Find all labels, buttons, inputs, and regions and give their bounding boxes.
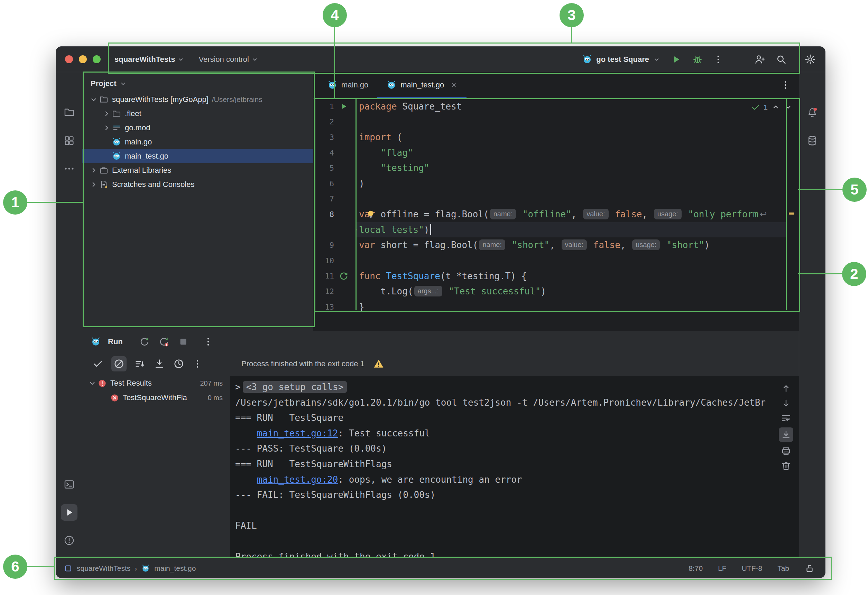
breadcrumb[interactable]: squareWithTests › main_test.go <box>63 564 196 573</box>
code-line: t.Log(args...: "Test successful") <box>356 284 786 299</box>
run-file-icon[interactable] <box>339 102 348 111</box>
rerun-button[interactable] <box>139 336 151 348</box>
chevron-right-icon[interactable] <box>89 180 99 189</box>
line-ending[interactable]: LF <box>718 564 726 573</box>
project-widget[interactable]: squareWithTests <box>114 55 185 64</box>
test-failed-icon <box>110 393 119 402</box>
lock-icon[interactable] <box>805 563 815 574</box>
run-console[interactable]: ><3 go setup calls>/Users/jetbrains/sdk/… <box>230 376 799 558</box>
scroll-to-end-toggle[interactable] <box>779 427 793 442</box>
chevron-right-icon[interactable] <box>101 123 112 133</box>
code-area[interactable]: package Square_testimport ( "flag" "test… <box>356 99 786 331</box>
zoom-window-button[interactable] <box>93 55 100 63</box>
print-button[interactable] <box>781 446 791 457</box>
show-passed-toggle[interactable] <box>92 358 104 370</box>
tree-item-main-go[interactable]: main.go <box>82 135 313 149</box>
caret-position[interactable]: 8:70 <box>688 564 703 573</box>
intention-bulb-icon[interactable] <box>366 209 376 219</box>
project-panel-header[interactable]: Project <box>82 72 313 92</box>
code-token: ) <box>359 178 365 189</box>
test-duration: 0 ms <box>208 394 223 402</box>
run-config-selector[interactable]: go test Square <box>582 54 660 65</box>
debug-button[interactable] <box>692 53 703 65</box>
minimize-window-button[interactable] <box>79 55 87 63</box>
soft-wrap-toggle[interactable] <box>781 412 791 424</box>
tree-item-go-mod[interactable]: go.mod <box>82 121 313 135</box>
chevron-right-icon[interactable] <box>89 166 99 175</box>
editor-gutter: 12345678910111213 <box>313 99 356 331</box>
code-line <box>356 114 786 130</box>
editor-body[interactable]: 12345678910111213 package Square_testimp… <box>313 99 799 331</box>
editor-options-button[interactable] <box>780 80 791 90</box>
console-link[interactable]: main_test.go:12 <box>257 428 338 439</box>
tree-item-main-test-go[interactable]: main_test.go <box>82 149 313 163</box>
more-tools-button[interactable] <box>61 161 77 177</box>
code-token: var <box>359 240 375 250</box>
tree-item-label: Scratches and Consoles <box>112 180 194 189</box>
prev-problem-icon[interactable] <box>771 103 780 112</box>
stop-button[interactable] <box>177 336 189 348</box>
import-test-results-button[interactable] <box>154 358 165 370</box>
scratch-icon <box>99 180 109 189</box>
run-button[interactable] <box>670 53 682 65</box>
vcs-widget[interactable]: Version control <box>198 55 259 64</box>
close-tab-icon[interactable] <box>450 81 458 89</box>
editor-tab-main-go[interactable]: main.go <box>318 72 377 99</box>
test-options-button[interactable] <box>192 359 203 369</box>
chevron-right-icon[interactable] <box>101 109 112 118</box>
test-history-button[interactable] <box>173 358 185 370</box>
next-problem-icon[interactable] <box>784 103 793 112</box>
problems-tool-button[interactable] <box>61 532 77 549</box>
vcs-widget-label: Version control <box>198 55 249 64</box>
run-more-options-button[interactable] <box>203 337 213 347</box>
console-text: /Users/jetbrains/sdk/go1.20.1/bin/go too… <box>235 398 766 408</box>
structure-tool-button[interactable] <box>61 133 77 149</box>
close-window-button[interactable] <box>65 55 73 63</box>
indent-style[interactable]: Tab <box>777 564 789 573</box>
database-tool-button[interactable] <box>804 133 821 149</box>
gutter-line: 6 <box>313 176 356 191</box>
file-encoding[interactable]: UTF-8 <box>742 564 763 573</box>
project-tool-button[interactable] <box>61 104 77 121</box>
chevron-down-icon <box>119 80 127 87</box>
chevron-down-icon[interactable] <box>87 379 97 388</box>
show-ignored-toggle[interactable] <box>111 356 127 371</box>
inlay-hint: usage: <box>654 209 682 219</box>
settings-button[interactable] <box>805 53 816 65</box>
tree-item-external-libraries[interactable]: External Libraries <box>82 163 313 177</box>
breadcrumb-file[interactable]: main_test.go <box>154 564 196 573</box>
tree-item--fleet[interactable]: .fleet <box>82 106 313 121</box>
code-line: ↪local tests") <box>356 222 786 238</box>
run-tool-button[interactable] <box>61 504 77 521</box>
test-row-testsquarewithfla[interactable]: TestSquareWithFla0 ms <box>82 390 230 405</box>
callout-4-line <box>334 25 335 98</box>
rerun-failed-tests-button[interactable] <box>158 336 170 348</box>
go-file-icon <box>386 80 397 90</box>
prev-failed-test-button[interactable] <box>781 383 791 394</box>
test-row-test-results[interactable]: Test Results207 ms <box>82 376 230 390</box>
code-token: ( <box>391 132 402 142</box>
clear-console-button[interactable] <box>781 461 791 472</box>
code-token: package <box>359 101 397 112</box>
editor-scrollbar[interactable] <box>786 99 799 331</box>
console-text <box>235 474 257 485</box>
tree-item-scratches-and-consoles[interactable]: Scratches and Consoles <box>82 177 313 191</box>
tree-item-squarewithtests-mygoapp-[interactable]: squareWithTests [myGoApp]/Users/jetbrain… <box>82 92 313 106</box>
warning-stripe-mark[interactable] <box>789 212 794 215</box>
chevron-down-icon[interactable] <box>89 95 99 104</box>
search-button[interactable] <box>775 53 787 65</box>
run-test-icon[interactable] <box>339 272 348 281</box>
console-link[interactable]: main_test.go:20 <box>257 474 338 485</box>
terminal-tool-button[interactable] <box>61 476 77 493</box>
more-actions-button[interactable] <box>713 54 723 65</box>
add-user-button[interactable] <box>754 53 766 65</box>
line-number: 4 <box>313 149 334 157</box>
console-fold[interactable]: <3 go setup calls> <box>243 381 347 393</box>
breadcrumb-project[interactable]: squareWithTests <box>77 564 130 573</box>
next-failed-test-button[interactable] <box>781 398 791 409</box>
sort-by-duration-button[interactable] <box>134 358 146 370</box>
notifications-button[interactable] <box>804 104 821 121</box>
warning-icon <box>373 358 385 370</box>
editor-tab-main-test-go[interactable]: main_test.go <box>377 72 466 99</box>
line-number: 12 <box>313 287 334 296</box>
